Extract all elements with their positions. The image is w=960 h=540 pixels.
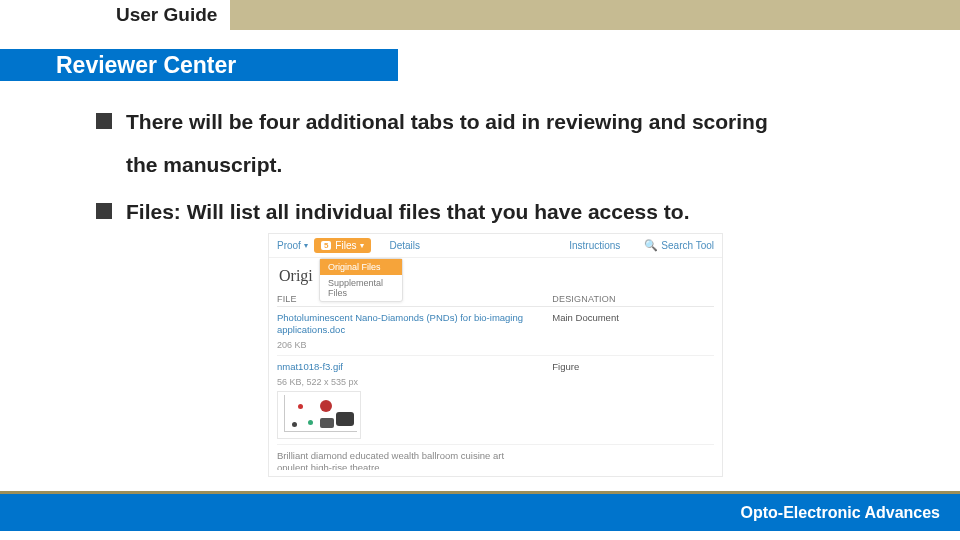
bullet-2-text: Files: Will list all individual files th… — [126, 200, 689, 223]
instructions-tab[interactable]: Instructions — [569, 240, 620, 251]
bullet-1-line1: There will be four additional tabs to ai… — [126, 110, 768, 133]
files-tab[interactable]: 5 Files ▾ — [314, 238, 372, 253]
files-count-badge: 5 — [321, 241, 331, 250]
thumb-dot — [298, 404, 303, 409]
thumb-shape — [320, 400, 332, 412]
user-guide-label: User Guide — [116, 4, 217, 26]
col-header-designation: DESIGNATION — [552, 294, 714, 304]
file-link[interactable]: Photoluminescent Nano-Diamonds (PNDs) fo… — [277, 312, 552, 336]
slide-root: User Guide Reviewer Center There will be… — [0, 0, 960, 540]
bullet-1: There will be four additional tabs to ai… — [96, 103, 930, 185]
bullet-2: Files: Will list all individual files th… — [96, 193, 930, 232]
section-title: Reviewer Center — [56, 52, 236, 79]
files-tab-label: Files — [335, 240, 356, 251]
caret-down-icon: ▾ — [360, 241, 364, 250]
proof-tab-label: Proof — [277, 240, 301, 251]
thumb-dot — [292, 422, 297, 427]
search-icon: 🔍 — [644, 239, 658, 252]
top-bar-white-segment: User Guide — [0, 0, 230, 30]
square-bullet-icon — [96, 203, 112, 219]
file-name-line2: applications.doc — [277, 324, 345, 335]
thumb-shape — [336, 412, 354, 426]
files-table: FILE DESIGNATION Photoluminescent Nano-D… — [277, 292, 714, 470]
dropdown-item-original[interactable]: Original Files — [320, 259, 402, 275]
content-region: There will be four additional tabs to ai… — [96, 103, 930, 240]
caption-line2: opulent high-rise theatre. — [277, 462, 382, 471]
figure-thumbnail[interactable] — [277, 391, 361, 439]
caret-down-icon: ▾ — [304, 241, 308, 250]
embedded-screenshot: Proof ▾ 5 Files ▾ Details Instructions 🔍… — [268, 233, 723, 477]
proof-tab[interactable]: Proof ▾ — [277, 240, 308, 251]
section-title-bar: Reviewer Center — [0, 49, 398, 81]
search-tool-label: Search Tool — [661, 240, 714, 251]
table-row: Brilliant diamond educated wealth ballro… — [277, 445, 714, 470]
thumb-shape — [320, 418, 334, 428]
footer-brand: Opto-Electronic Advances — [741, 504, 940, 522]
caption-line1: Brilliant diamond educated wealth ballro… — [277, 450, 504, 461]
thumb-y-axis — [284, 395, 285, 432]
caption-text: Brilliant diamond educated wealth ballro… — [277, 450, 552, 470]
files-dropdown: Original Files Supplemental Files — [319, 258, 403, 302]
bullet-1-line2: the manuscript. — [126, 146, 930, 185]
file-link[interactable]: nmat1018-f3.gif — [277, 361, 552, 373]
file-meta: 206 KB — [277, 340, 714, 350]
thumb-dot — [308, 420, 313, 425]
footer-bar: Opto-Electronic Advances — [0, 494, 960, 531]
file-meta: 56 KB, 522 x 535 px — [277, 377, 714, 387]
screenshot-toolbar: Proof ▾ 5 Files ▾ Details Instructions 🔍… — [269, 234, 722, 258]
search-tool[interactable]: 🔍 Search Tool — [644, 239, 714, 252]
details-tab[interactable]: Details — [389, 240, 420, 251]
dropdown-item-supplemental[interactable]: Supplemental Files — [320, 275, 402, 301]
square-bullet-icon — [96, 113, 112, 129]
designation-cell — [552, 450, 714, 470]
file-name-line1: Photoluminescent Nano-Diamonds (PNDs) fo… — [277, 312, 523, 323]
table-row: Photoluminescent Nano-Diamonds (PNDs) fo… — [277, 307, 714, 356]
partial-heading: Origi — [279, 267, 313, 285]
table-row: nmat1018-f3.gif Figure 56 KB, 522 x 535 … — [277, 356, 714, 445]
designation-cell: Main Document — [552, 312, 714, 336]
designation-cell: Figure — [552, 361, 714, 373]
thumb-x-axis — [284, 431, 357, 432]
